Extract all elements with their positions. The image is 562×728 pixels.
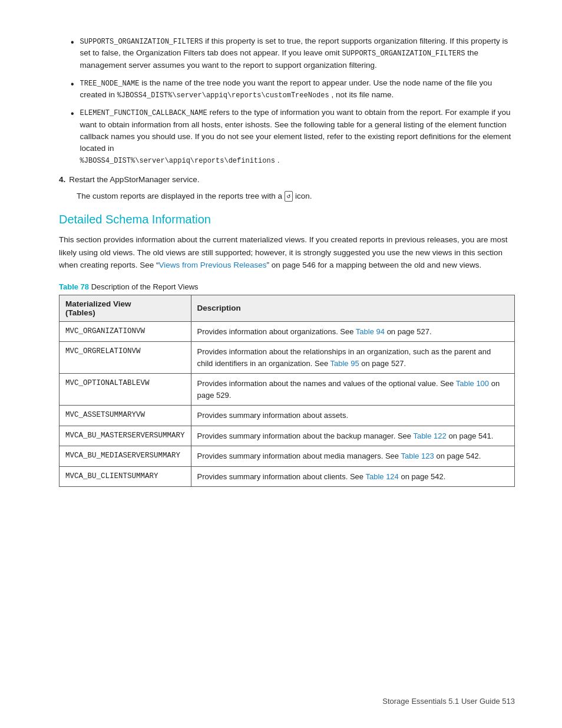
- step-desc: The custom reports are displayed in the …: [77, 190, 515, 202]
- footer-text: Storage Essentials 5.1 User Guide 513: [382, 697, 515, 706]
- table-link[interactable]: Table 124: [365, 472, 398, 481]
- col-header-desc: Description: [191, 295, 514, 321]
- description-cell: Provides summary information about asset…: [191, 406, 514, 426]
- description-cell: Provides summary information about clien…: [191, 466, 514, 487]
- step-4: 4. Restart the AppStorManager service.: [59, 174, 515, 186]
- table-link[interactable]: Table 122: [413, 431, 446, 440]
- desc-text: Provides summary information about media…: [197, 452, 401, 460]
- section-heading: Detailed Schema Information: [59, 213, 515, 226]
- view-name-cell: MVCA_BU_CLIENTSUMMARY: [59, 466, 191, 487]
- desc-end: on page 541.: [447, 431, 494, 440]
- table-row: MVCA_BU_MEDIASERVERSUMMARYProvides summa…: [59, 446, 515, 467]
- description-cell: Provides summary information about media…: [191, 446, 514, 467]
- reports-icon: ↺: [285, 191, 293, 202]
- desc-end: on page 542.: [399, 472, 446, 481]
- bullet-2-text-end: , not its file name.: [331, 90, 394, 99]
- description-cell: Provides information about the names and…: [191, 374, 514, 406]
- table-row: MVC_OPTIONALTABLEVWProvides information …: [59, 374, 515, 406]
- table-link[interactable]: Table 95: [330, 359, 359, 368]
- view-name-cell: MVC_ASSETSUMMARYVW: [59, 406, 191, 426]
- code-supports-org-2: SUPPORTS_ORGANIZATION_FILTERS: [342, 50, 465, 58]
- col-header-view: Materialized View(Tables): [59, 295, 191, 321]
- step-label: Restart the AppStorManager service.: [69, 174, 199, 186]
- page-footer: Storage Essentials 5.1 User Guide 513: [382, 697, 515, 706]
- table-row: MVC_ORGANIZATIONVWProvides information a…: [59, 321, 515, 342]
- description-cell: Provides information about organizations…: [191, 321, 514, 342]
- desc-text: Provides information about organizations…: [197, 327, 356, 336]
- section-body: This section provides information about …: [59, 233, 515, 272]
- view-name-cell: MVC_ORGANIZATIONVW: [59, 321, 191, 342]
- description-cell: Provides summary information about the b…: [191, 426, 514, 446]
- code-element-func: ELEMENT_FUNCTION_CALLBACK_NAME: [80, 109, 207, 117]
- table-link[interactable]: Table 123: [401, 452, 434, 460]
- view-name-cell: MVCA_BU_MASTERSERVERSUMMARY: [59, 426, 191, 446]
- section-body-2: ” on page 546 for a mapping between the …: [266, 261, 481, 269]
- desc-text: Provides information about the names and…: [197, 379, 456, 388]
- table-caption-desc: Description of the Report Views: [91, 282, 199, 291]
- code-supports-org: SUPPORTS_ORGANIZATION_FILTERS: [80, 38, 203, 46]
- step-num: 4.: [59, 174, 65, 186]
- table-header-row: Materialized View(Tables) Description: [59, 295, 515, 321]
- code-path-2: %JBOSS4_DIST%\server\appiq\reports\defin…: [80, 157, 275, 165]
- table-row: MVCA_BU_CLIENTSUMMARYProvides summary in…: [59, 466, 515, 487]
- desc-text: Provides summary information about clien…: [197, 472, 366, 481]
- description-cell: Provides information about the relations…: [191, 342, 514, 374]
- report-views-table: Materialized View(Tables) Description MV…: [59, 295, 515, 487]
- view-name-cell: MVC_OPTIONALTABLEVW: [59, 374, 191, 406]
- table-row: MVC_ORGRELATIONVWProvides information ab…: [59, 342, 515, 374]
- step-desc-text: The custom reports are displayed in the …: [77, 192, 282, 200]
- desc-end: on page 542.: [434, 452, 481, 460]
- bullet-3-text-end: .: [277, 156, 280, 164]
- desc-text: Provides summary information about the b…: [197, 431, 414, 440]
- step-desc-end: icon.: [295, 192, 312, 200]
- table-row: MVC_ASSETSUMMARYVWProvides summary infor…: [59, 406, 515, 426]
- code-path-1: %JBOSS4_DIST%\server\appiq\reports\custo…: [117, 91, 329, 100]
- view-name-cell: MVCA_BU_MEDIASERVERSUMMARY: [59, 446, 191, 467]
- table-caption: Table 78 Description of the Report Views: [59, 282, 515, 291]
- bullet-item-2: TREE_NODE_NAME is the name of the tree n…: [71, 77, 515, 101]
- desc-end: on page 527.: [359, 359, 406, 368]
- code-tree-node: TREE_NODE_NAME: [80, 80, 140, 88]
- bullet-list: SUPPORTS_ORGANIZATION_FILTERS if this pr…: [71, 35, 515, 167]
- desc-end: on page 527.: [385, 327, 432, 336]
- view-name-cell: MVC_ORGRELATIONVW: [59, 342, 191, 374]
- bullet-item-3: ELEMENT_FUNCTION_CALLBACK_NAME refers to…: [71, 107, 515, 166]
- table-row: MVCA_BU_MASTERSERVERSUMMARYProvides summ…: [59, 426, 515, 446]
- views-from-link[interactable]: Views from Previous Releases: [159, 261, 267, 269]
- bullet-item-1: SUPPORTS_ORGANIZATION_FILTERS if this pr…: [71, 35, 515, 71]
- table-num: Table 78: [59, 282, 89, 291]
- table-link[interactable]: Table 94: [356, 327, 385, 336]
- table-link[interactable]: Table 100: [456, 379, 489, 388]
